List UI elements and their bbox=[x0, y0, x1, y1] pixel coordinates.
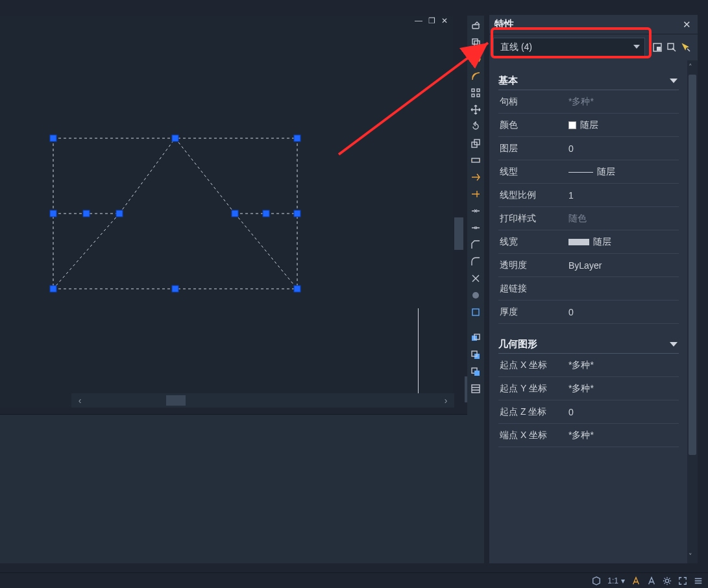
scale-icon[interactable] bbox=[469, 136, 483, 151]
property-row[interactable]: 图层0 bbox=[498, 137, 679, 160]
property-value[interactable]: 0 bbox=[568, 143, 679, 154]
select-object-icon[interactable] bbox=[666, 42, 677, 53]
offset-icon[interactable] bbox=[469, 69, 483, 83]
send-back-icon[interactable] bbox=[469, 348, 483, 362]
section-header[interactable]: 基本 bbox=[498, 72, 679, 90]
chamfer-icon[interactable] bbox=[469, 238, 483, 252]
point-icon[interactable] bbox=[469, 288, 483, 302]
svg-rect-28 bbox=[472, 385, 480, 393]
viewport-vertical-scrollbar[interactable] bbox=[453, 16, 465, 408]
status-fullscreen-icon[interactable] bbox=[678, 576, 687, 585]
property-value[interactable]: 随色 bbox=[568, 213, 679, 225]
properties-panel-header[interactable]: 特性 ✕ bbox=[489, 15, 698, 34]
break-icon[interactable] bbox=[469, 204, 483, 218]
array-icon[interactable] bbox=[469, 86, 483, 100]
property-row[interactable]: 超链接 bbox=[498, 277, 679, 300]
hscroll-track[interactable] bbox=[88, 393, 437, 408]
section-header[interactable]: 几何图形 bbox=[498, 336, 679, 354]
property-row[interactable]: 起点 Z 坐标0 bbox=[498, 400, 679, 424]
selection-grip[interactable] bbox=[83, 210, 90, 217]
hscroll-left-button[interactable]: ‹ bbox=[71, 393, 88, 408]
extend-icon[interactable] bbox=[469, 187, 483, 201]
properties-scroll-thumb[interactable] bbox=[689, 75, 696, 455]
property-value[interactable]: 随层 bbox=[568, 166, 679, 178]
selection-grip[interactable] bbox=[50, 286, 56, 292]
viewport-vscroll-thumb[interactable] bbox=[454, 217, 463, 250]
hatch-front-icon[interactable] bbox=[469, 382, 483, 396]
viewport-horizontal-scrollbar[interactable]: ‹ › bbox=[71, 393, 454, 408]
property-value[interactable]: *多种* bbox=[568, 96, 679, 108]
property-row[interactable]: 打印样式随色 bbox=[498, 207, 679, 230]
quick-select-icon[interactable] bbox=[680, 42, 692, 53]
property-value[interactable]: 随层 bbox=[568, 236, 679, 248]
rotate-icon[interactable] bbox=[469, 119, 483, 134]
svg-rect-15 bbox=[472, 94, 474, 97]
property-row[interactable]: 线型比例1 bbox=[498, 184, 679, 207]
bring-front-icon[interactable] bbox=[469, 331, 483, 345]
hscroll-thumb[interactable] bbox=[166, 395, 186, 406]
property-row[interactable]: 端点 X 坐标*多种* bbox=[498, 424, 679, 447]
modify-toolbar bbox=[467, 16, 484, 563]
property-row[interactable]: 起点 X 坐标*多种* bbox=[498, 354, 679, 377]
property-row[interactable]: 厚度0 bbox=[498, 300, 679, 324]
stretch-icon[interactable] bbox=[469, 153, 483, 167]
property-row[interactable]: 颜色随层 bbox=[498, 114, 679, 137]
hscroll-right-button[interactable]: › bbox=[437, 393, 454, 408]
toggle-pip-icon[interactable] bbox=[652, 42, 663, 53]
selection-grip[interactable] bbox=[232, 210, 238, 217]
status-scale[interactable]: 1:1▾ bbox=[607, 576, 625, 585]
property-value[interactable]: 0 bbox=[568, 407, 679, 417]
selection-grip[interactable] bbox=[263, 210, 269, 217]
selection-grip[interactable] bbox=[294, 286, 300, 292]
status-settings-icon[interactable] bbox=[663, 576, 672, 585]
property-value[interactable]: ByLayer bbox=[568, 260, 679, 271]
trim-icon[interactable] bbox=[469, 170, 483, 184]
property-value[interactable]: *多种* bbox=[568, 430, 679, 441]
object-type-selector[interactable]: 直线 (4) bbox=[493, 38, 645, 57]
property-row[interactable]: 起点 Y 坐标*多种* bbox=[498, 377, 679, 400]
drawing-canvas[interactable] bbox=[0, 16, 453, 408]
property-value[interactable]: 1 bbox=[568, 190, 679, 201]
properties-scroll-up[interactable]: ˄ bbox=[689, 63, 692, 71]
property-label: 图层 bbox=[498, 143, 568, 154]
region-icon[interactable] bbox=[469, 305, 483, 319]
move-icon[interactable] bbox=[469, 103, 483, 117]
selection-grip[interactable] bbox=[50, 135, 56, 141]
property-label: 透明度 bbox=[498, 260, 568, 271]
property-value[interactable]: 随层 bbox=[568, 119, 679, 131]
status-annotation-a-icon[interactable] bbox=[631, 576, 641, 585]
property-row[interactable]: 线型随层 bbox=[498, 160, 679, 184]
properties-panel-close-button[interactable]: ✕ bbox=[681, 19, 692, 31]
status-annotation-b-icon[interactable] bbox=[647, 576, 656, 585]
copy-icon[interactable] bbox=[469, 35, 483, 49]
property-row[interactable]: 透明度ByLayer bbox=[498, 254, 679, 277]
property-label: 起点 X 坐标 bbox=[498, 360, 568, 371]
mirror-icon[interactable] bbox=[469, 52, 483, 66]
command-console[interactable]: ˄ ˅ bbox=[0, 414, 483, 563]
join-icon[interactable] bbox=[469, 221, 483, 235]
selection-grip[interactable] bbox=[116, 210, 123, 217]
svg-rect-30 bbox=[657, 47, 661, 51]
property-row[interactable]: 线宽随层 bbox=[498, 230, 679, 254]
properties-scroll-down[interactable]: ˅ bbox=[689, 552, 692, 561]
selection-grip[interactable] bbox=[172, 286, 178, 292]
erase-icon[interactable] bbox=[469, 18, 483, 32]
selection-grip[interactable] bbox=[294, 210, 300, 217]
status-model-icon[interactable] bbox=[592, 576, 601, 585]
selection-grip[interactable] bbox=[50, 210, 56, 217]
property-value[interactable]: *多种* bbox=[568, 383, 679, 395]
selection-grip[interactable] bbox=[172, 135, 178, 141]
selection-grip[interactable] bbox=[294, 135, 300, 141]
property-row[interactable]: 句柄*多种* bbox=[498, 90, 679, 114]
property-label: 超链接 bbox=[498, 283, 568, 295]
status-menu-icon[interactable] bbox=[694, 576, 703, 585]
properties-scrollbar[interactable]: ˄ ˅ bbox=[687, 60, 698, 563]
drawing-viewport[interactable]: — ❐ ✕ bbox=[0, 16, 453, 408]
svg-line-8 bbox=[53, 214, 119, 289]
bring-above-icon[interactable] bbox=[469, 365, 483, 379]
svg-rect-19 bbox=[472, 158, 480, 162]
property-value[interactable]: 0 bbox=[568, 307, 679, 317]
fillet-icon[interactable] bbox=[469, 254, 483, 269]
property-value[interactable]: *多种* bbox=[568, 360, 679, 371]
explode-icon[interactable] bbox=[469, 271, 483, 286]
